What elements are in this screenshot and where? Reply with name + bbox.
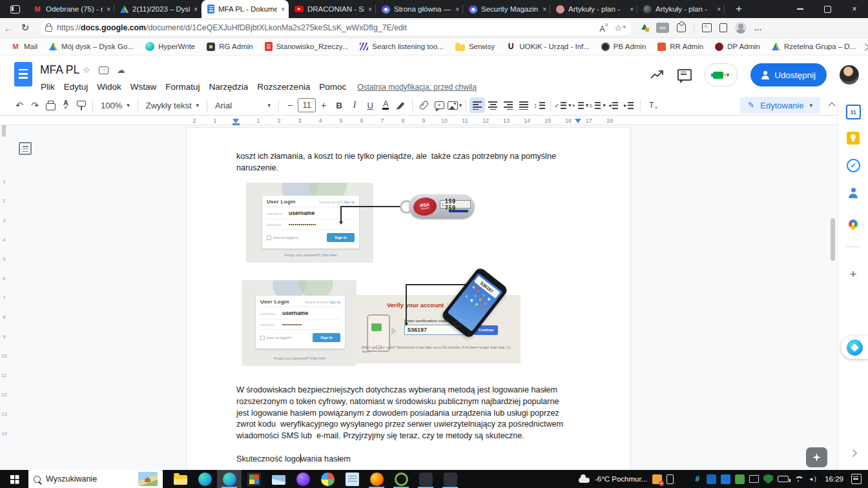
menu-item[interactable]: Edytuj [59, 80, 93, 94]
bookmark-item[interactable]: Rzetelna Grupa – D... [767, 39, 860, 54]
menu-item[interactable]: Pomoc [315, 80, 351, 94]
tab-close-icon[interactable]: × [542, 6, 546, 13]
tray-icon[interactable] [793, 474, 803, 484]
extensions-puzzle-icon[interactable] [677, 23, 686, 32]
left-indent-marker[interactable] [232, 119, 239, 123]
align-right-icon[interactable] [501, 97, 516, 113]
right-indent-marker[interactable] [575, 119, 581, 123]
tray-icon[interactable] [692, 474, 702, 484]
bookmark-item[interactable]: PB Admin [597, 39, 651, 54]
maps-icon[interactable] [838, 219, 868, 229]
user-avatar[interactable] [840, 65, 859, 85]
back-button[interactable]: ← [0, 23, 17, 34]
tray-icon[interactable] [652, 474, 662, 484]
activity-dashboard-icon[interactable] [650, 70, 665, 80]
tray-icon[interactable] [666, 474, 674, 484]
bookmarks-overflow-chevron[interactable] [863, 41, 868, 52]
taskbar-app-button[interactable] [266, 470, 291, 488]
figure-token-login[interactable]: User LoginNeed an account? Sign Up usern… [246, 180, 479, 264]
menu-item[interactable]: Formatuj [161, 80, 204, 94]
notification-center-icon[interactable] [851, 474, 862, 484]
decrease-indent-icon[interactable]: ◂ [606, 97, 621, 113]
window-minimize-button[interactable] [787, 0, 814, 18]
horizontal-ruler[interactable]: 21 123456789101112131415161718 [0, 116, 868, 125]
taskbar-app-button[interactable] [291, 470, 315, 488]
search-doodle-image[interactable] [138, 472, 158, 486]
bookmark-item[interactable]: Mail [6, 39, 42, 54]
hide-menus-chevron[interactable] [829, 99, 834, 111]
weather-text[interactable]: -6°C Pochmur... [595, 475, 647, 483]
tab-close-icon[interactable]: × [281, 6, 285, 13]
print-icon[interactable] [43, 97, 58, 113]
increase-font-size-icon[interactable]: + [316, 97, 331, 113]
taskbar-app-button[interactable] [364, 470, 389, 488]
browser-tab[interactable]: Artykuły - plan - × [637, 0, 725, 18]
bookmark-item[interactable]: Stanowisko_Rzeczy... [260, 39, 353, 54]
browser-menu-icon[interactable]: ... [754, 24, 762, 32]
paragraph[interactable]: W środowiskach bezpieczniejszych dotychc… [236, 385, 573, 442]
tray-icon[interactable] [707, 474, 716, 484]
taskbar-app-button[interactable] [242, 470, 266, 488]
read-aloud-icon[interactable]: A⁾⁾ [600, 23, 608, 34]
browser-tab[interactable]: Security Magazin × [463, 0, 550, 18]
move-to-folder-icon[interactable] [99, 66, 108, 74]
align-center-icon[interactable] [485, 97, 501, 113]
lock-icon[interactable] [45, 26, 52, 32]
taskbar-app-button[interactable] [389, 470, 413, 488]
undo-icon[interactable]: ↶ [12, 97, 27, 113]
menu-item[interactable]: Rozszerzenia [253, 80, 315, 94]
tab-close-icon[interactable]: × [455, 6, 459, 13]
extension-icon[interactable] [641, 24, 648, 32]
font-select[interactable]: Arial▾ [211, 97, 275, 113]
tasks-icon[interactable]: ✓ [838, 159, 868, 172]
last-modified-link[interactable]: Ostatnia modyfikacja: przed chwilą [357, 83, 477, 92]
bookmark-item[interactable]: Mój dysk – Dysk Go... [45, 39, 138, 54]
add-comment-icon[interactable]: + [431, 97, 447, 113]
insert-link-icon[interactable] [416, 97, 431, 113]
comments-icon[interactable] [677, 69, 692, 81]
tab-close-icon[interactable]: × [630, 6, 634, 13]
paragraph[interactable]: Skuteczność logowania hasłem [236, 454, 573, 465]
bookmark-item[interactable]: DP Admin [710, 39, 765, 54]
browser-profile-avatar[interactable] [735, 22, 747, 34]
tray-icon[interactable] [763, 474, 773, 484]
paragraph-style-select[interactable]: Zwykły tekst▾ [141, 97, 203, 113]
tray-icon[interactable] [721, 474, 730, 484]
browser-tab[interactable]: Odebrane (75) - n × [27, 0, 114, 18]
menu-item[interactable]: Widok [92, 80, 126, 94]
tab-close-icon[interactable]: × [368, 6, 372, 13]
hide-side-panel-chevron[interactable] [838, 451, 868, 456]
taskbar-app-button[interactable] [192, 470, 217, 488]
tray-icon[interactable] [778, 476, 789, 482]
line-spacing-icon[interactable]: ↕ [532, 97, 547, 113]
justify-icon[interactable] [516, 97, 532, 113]
docs-logo-icon[interactable] [14, 62, 32, 86]
browser-tab[interactable]: DRACONIAN - Sie × [289, 0, 376, 18]
star-document-icon[interactable]: ☆ [83, 65, 90, 75]
taskbar-app-button[interactable] [340, 470, 364, 488]
share-button[interactable]: Udostępnij [750, 63, 827, 86]
spellcheck-icon[interactable]: A✓ [58, 97, 74, 113]
highlight-color-icon[interactable] [393, 97, 409, 113]
figure-sms-login[interactable]: User LoginNeed an account? Sign Up usern… [242, 275, 522, 369]
document-title[interactable]: MFA PL [40, 63, 79, 77]
font-size-input[interactable]: 11 [298, 98, 316, 112]
new-tab-button[interactable]: + [731, 3, 747, 15]
bold-icon[interactable]: B [331, 97, 347, 113]
tray-icon[interactable] [749, 475, 759, 483]
editing-mode-button[interactable]: ✎Edytowanie▾ [740, 97, 820, 114]
bulleted-list-icon[interactable]: •▾ [572, 97, 589, 113]
get-addons-icon[interactable]: + [838, 267, 868, 281]
meet-button[interactable]: ▾ [705, 63, 738, 86]
align-left-icon[interactable] [470, 97, 485, 113]
menu-item[interactable]: Wstaw [126, 80, 161, 94]
reload-button[interactable]: ↻ [17, 22, 34, 34]
tray-icon[interactable] [807, 474, 817, 484]
paragraph[interactable]: koszt ich złamania, a koszt to nie tylko… [236, 151, 570, 174]
document-canvas[interactable]: 1234567891011121314 koszt ich złamania, … [0, 125, 838, 470]
numbered-list-icon[interactable]: 1▾ [588, 97, 606, 113]
weather-cloud-icon[interactable] [579, 478, 590, 483]
tab-close-icon[interactable]: × [717, 6, 721, 13]
scrollbar-thumb[interactable] [831, 218, 835, 261]
devtools-extension-icon[interactable]: </> [656, 23, 669, 33]
